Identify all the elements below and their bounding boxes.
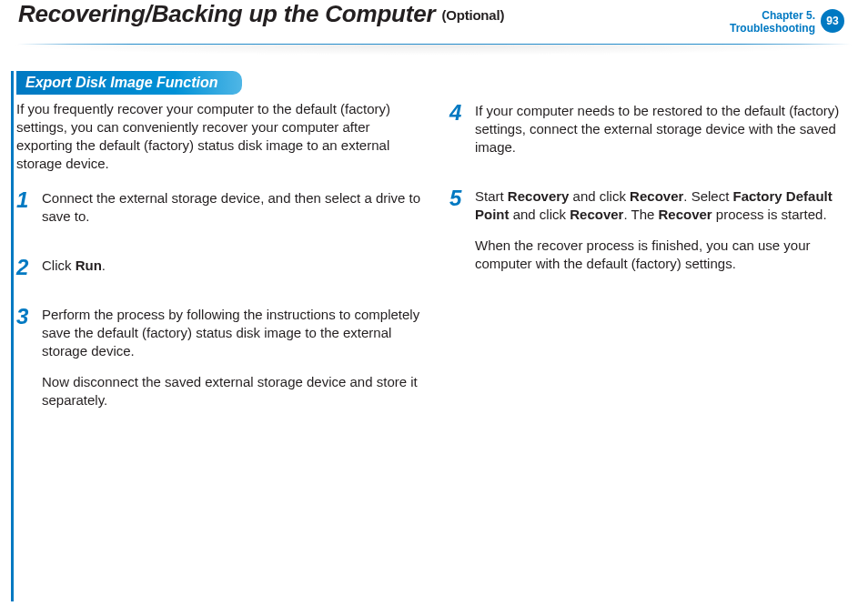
page: Recovering/Backing up the Computer (Opti… (0, 0, 868, 616)
page-title-optional: (Optional) (441, 7, 504, 23)
t: and click (510, 207, 570, 222)
step-text: If your computer needs to be restored to… (475, 102, 857, 157)
step-text-p2: When the recover process is finished, yo… (475, 237, 857, 273)
step-text-bold: Run (76, 258, 102, 273)
t: process is started. (712, 207, 827, 222)
t: . Select (683, 188, 732, 204)
b: Recover (659, 207, 712, 222)
b: Recover (570, 207, 623, 222)
page-number: 93 (826, 15, 838, 27)
step-number: 1 (16, 189, 38, 211)
page-number-badge: 93 (821, 9, 844, 33)
step-text-suffix: . (102, 258, 106, 273)
content-area: Export Disk Image Function If you freque… (0, 71, 868, 601)
t: . The (623, 207, 658, 222)
page-title-main: Recovering/Backing up the Computer (18, 0, 435, 27)
step-text: Click Run. (42, 257, 424, 275)
step-number: 4 (449, 102, 471, 124)
step-body: Click Run. (42, 257, 424, 288)
chapter-line-2: Troubleshooting (697, 22, 815, 35)
t: and click (569, 188, 630, 204)
columns: Export Disk Image Function If you freque… (16, 71, 868, 440)
section-intro: If you frequently recover your computer … (16, 100, 424, 173)
step-2: 2 Click Run. (16, 257, 424, 288)
page-title: Recovering/Backing up the Computer (Opti… (18, 0, 504, 28)
step-text-p1: Start Recovery and click Recover. Select… (475, 187, 857, 224)
step-3: 3 Perform the process by following the i… (16, 306, 424, 422)
b: Recovery (508, 188, 570, 204)
step-body: Perform the process by following the ins… (42, 306, 424, 422)
chapter-label: Chapter 5. Troubleshooting (697, 9, 815, 35)
column-right-spacer (449, 71, 857, 102)
column-right: 4 If your computer needs to be restored … (449, 71, 857, 440)
section-title: Export Disk Image Function (25, 75, 218, 90)
step-number: 5 (449, 187, 471, 209)
header-divider (0, 44, 868, 58)
step-text-p1: Perform the process by following the ins… (42, 306, 424, 360)
chapter-line-1: Chapter 5. (697, 9, 815, 22)
step-body: Connect the external storage device, and… (42, 189, 424, 238)
t: Start (475, 188, 508, 204)
step-4: 4 If your computer needs to be restored … (449, 102, 857, 169)
step-text: Connect the external storage device, and… (42, 189, 424, 226)
side-accent-bar (11, 71, 14, 601)
step-body: Start Recovery and click Recover. Select… (475, 187, 857, 286)
step-text-prefix: Click (42, 258, 76, 273)
step-number: 3 (16, 306, 38, 328)
step-body: If your computer needs to be restored to… (475, 102, 857, 169)
step-5: 5 Start Recovery and click Recover. Sele… (449, 187, 857, 286)
b: Recover (630, 188, 683, 204)
divider-shadow (0, 45, 868, 56)
column-left: Export Disk Image Function If you freque… (16, 71, 424, 440)
step-text-p2: Now disconnect the saved external storag… (42, 373, 424, 409)
step-1: 1 Connect the external storage device, a… (16, 189, 424, 238)
section-title-tab: Export Disk Image Function (16, 71, 242, 95)
page-header: Recovering/Backing up the Computer (Opti… (0, 0, 868, 44)
step-number: 2 (16, 257, 38, 278)
